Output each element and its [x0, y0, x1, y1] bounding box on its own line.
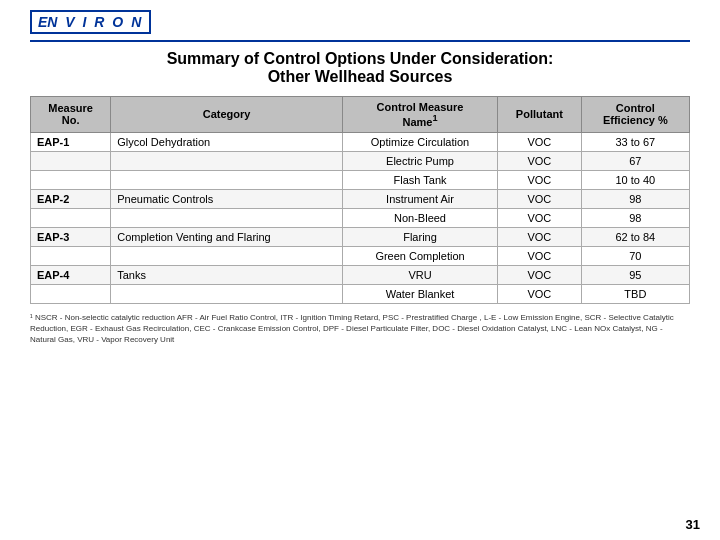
table-cell-0 — [31, 246, 111, 265]
table-cell-3: VOC — [498, 170, 582, 189]
table-cell-1 — [111, 208, 343, 227]
title-area: Summary of Control Options Under Conside… — [30, 50, 690, 86]
table-cell-4: 67 — [581, 151, 689, 170]
table-cell-1: Tanks — [111, 265, 343, 284]
table-header-row: MeasureNo. Category Control MeasureName1… — [31, 97, 690, 133]
table-cell-3: VOC — [498, 151, 582, 170]
table-cell-3: VOC — [498, 246, 582, 265]
col-header-efficiency: ControlEfficiency % — [581, 97, 689, 133]
table-cell-1: Glycol Dehydration — [111, 132, 343, 151]
table-cell-2: Non-Bleed — [342, 208, 497, 227]
table-cell-4: 70 — [581, 246, 689, 265]
footer-note: ¹ NSCR - Non-selectic catalytic reductio… — [30, 312, 690, 346]
table-row: Non-BleedVOC98 — [31, 208, 690, 227]
page-title-line1: Summary of Control Options Under Conside… — [30, 50, 690, 68]
table-cell-0 — [31, 284, 111, 303]
table-cell-3: VOC — [498, 227, 582, 246]
logo-e-letter: E — [38, 14, 47, 30]
table-cell-2: Green Completion — [342, 246, 497, 265]
table-cell-3: VOC — [498, 189, 582, 208]
table-cell-3: VOC — [498, 265, 582, 284]
table-cell-2: Instrument Air — [342, 189, 497, 208]
table-cell-1 — [111, 151, 343, 170]
table-cell-0 — [31, 151, 111, 170]
logo-rest-letters: N V I R O N — [47, 14, 143, 30]
page-title-line2: Other Wellhead Sources — [30, 68, 690, 86]
table-row: Green CompletionVOC70 — [31, 246, 690, 265]
table-cell-0: EAP-1 — [31, 132, 111, 151]
table-cell-2: Water Blanket — [342, 284, 497, 303]
table-row: EAP-3Completion Venting and FlaringFlari… — [31, 227, 690, 246]
table-cell-2: Flaring — [342, 227, 497, 246]
table-cell-1 — [111, 246, 343, 265]
table-cell-4: 62 to 84 — [581, 227, 689, 246]
logo-box: E N V I R O N — [30, 10, 151, 34]
table-cell-0: EAP-2 — [31, 189, 111, 208]
table-cell-4: 98 — [581, 189, 689, 208]
table-cell-0 — [31, 170, 111, 189]
table-cell-1: Completion Venting and Flaring — [111, 227, 343, 246]
table-cell-4: 33 to 67 — [581, 132, 689, 151]
table-cell-3: VOC — [498, 284, 582, 303]
table-row: EAP-2Pneumatic ControlsInstrument AirVOC… — [31, 189, 690, 208]
table-cell-2: Electric Pump — [342, 151, 497, 170]
page: E N V I R O N Summary of Control Options… — [0, 0, 720, 540]
col-header-measure: MeasureNo. — [31, 97, 111, 133]
table-cell-0: EAP-4 — [31, 265, 111, 284]
table-cell-2: Optimize Circulation — [342, 132, 497, 151]
table-cell-1 — [111, 284, 343, 303]
table-cell-2: Flash Tank — [342, 170, 497, 189]
logo-area: E N V I R O N — [30, 10, 690, 42]
table-cell-4: 10 to 40 — [581, 170, 689, 189]
table-row: Flash TankVOC10 to 40 — [31, 170, 690, 189]
table-cell-2: VRU — [342, 265, 497, 284]
table-cell-1: Pneumatic Controls — [111, 189, 343, 208]
table-row: Water BlanketVOCTBD — [31, 284, 690, 303]
table-cell-4: TBD — [581, 284, 689, 303]
table-cell-0: EAP-3 — [31, 227, 111, 246]
table-cell-4: 98 — [581, 208, 689, 227]
table-cell-4: 95 — [581, 265, 689, 284]
col-header-category: Category — [111, 97, 343, 133]
table-cell-3: VOC — [498, 208, 582, 227]
col-header-pollutant: Pollutant — [498, 97, 582, 133]
table-cell-3: VOC — [498, 132, 582, 151]
table-cell-1 — [111, 170, 343, 189]
table-cell-0 — [31, 208, 111, 227]
control-options-table: MeasureNo. Category Control MeasureName1… — [30, 96, 690, 304]
table-row: Electric PumpVOC67 — [31, 151, 690, 170]
table-row: EAP-4TanksVRUVOC95 — [31, 265, 690, 284]
page-number: 31 — [686, 517, 700, 532]
table-row: EAP-1Glycol DehydrationOptimize Circulat… — [31, 132, 690, 151]
col-header-control-measure: Control MeasureName1 — [342, 97, 497, 133]
